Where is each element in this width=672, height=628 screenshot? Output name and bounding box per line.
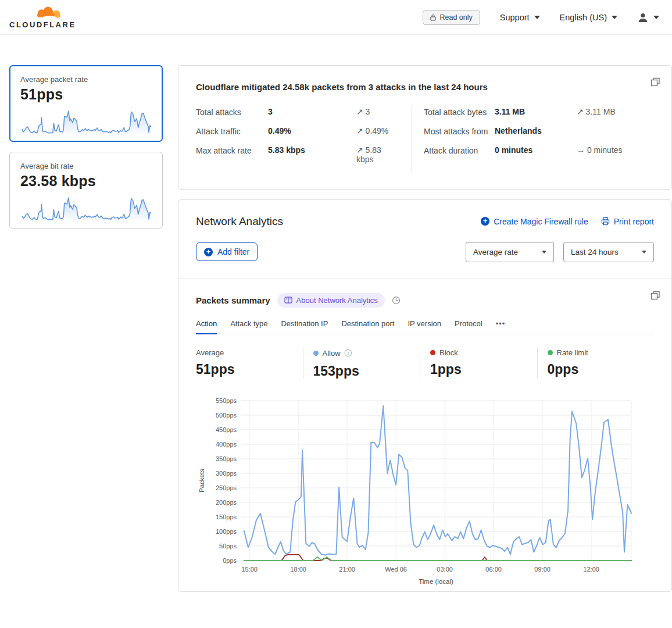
svg-text:Packets: Packets <box>198 469 205 493</box>
plus-circle-icon: + <box>204 248 213 256</box>
packets-summary-section: Packets summary About Network Analytics <box>178 279 671 591</box>
user-icon <box>637 12 649 23</box>
stat-label: Max attack rate <box>196 145 266 157</box>
stat-value: Netherlands <box>495 126 574 135</box>
stat-row: Attack traffic 0.49% ↗ 0.49% <box>196 126 395 138</box>
tab-destination-port[interactable]: Destination port <box>341 319 394 333</box>
cloudflare-cloud-icon <box>30 5 65 22</box>
chevron-down-icon <box>534 16 540 19</box>
about-badge-label: About Network Analytics <box>296 296 378 305</box>
logo-wordmark: CLOUDFLARE <box>9 20 76 29</box>
chevron-down-icon <box>642 251 646 254</box>
lock-icon <box>430 14 436 21</box>
legend-value: 0pps <box>548 362 655 377</box>
summary-left-stats: Total attacks 3 ↗ 3 Attack traffic 0.49%… <box>196 107 412 172</box>
stat-label: Attack traffic <box>196 126 266 138</box>
about-network-analytics-link[interactable]: About Network Analytics <box>277 293 385 308</box>
metric-card-packet-rate[interactable]: Average packet rate 51pps <box>9 65 163 142</box>
metric-select[interactable]: Average rate <box>466 242 554 262</box>
metric-value: 23.58 kbps <box>20 173 152 190</box>
add-filter-label: Add filter <box>217 247 249 256</box>
legend-rate-limit: Rate limit 0pps <box>537 348 655 379</box>
stat-row: Most attacks from Netherlands <box>424 126 654 138</box>
time-range-value: Last 24 hours <box>571 248 619 256</box>
svg-text:Time (local): Time (local) <box>419 578 453 585</box>
printer-icon <box>601 217 610 226</box>
summary-right-stats: Total attack bytes 3.11 MB ↗ 3.11 MB Mos… <box>412 107 654 172</box>
user-account-menu[interactable] <box>637 12 659 23</box>
copy-icon[interactable] <box>650 291 660 300</box>
legend-allow: Allow ⓘ 153pps <box>303 348 420 379</box>
sparkline-chart <box>20 194 152 223</box>
svg-text:03:00: 03:00 <box>437 566 453 573</box>
chevron-down-icon <box>653 16 659 19</box>
info-icon[interactable]: ⓘ <box>345 348 352 359</box>
packets-chart: 0pps50pps100pps150pps200pps250pps300pps3… <box>196 394 672 589</box>
network-analytics-header: Network Analytics + Create Magic Firewal… <box>178 200 671 279</box>
svg-text:100pps: 100pps <box>216 528 237 535</box>
tab-destination-ip[interactable]: Destination IP <box>281 319 328 333</box>
legend-value: 153pps <box>313 363 420 379</box>
svg-text:12:00: 12:00 <box>583 566 599 573</box>
block-dot-icon <box>430 350 435 355</box>
tab-more-menu[interactable]: ••• <box>496 319 506 333</box>
packets-tab-bar: Action Attack type Destination IP Destin… <box>196 319 654 334</box>
packets-summary-title: Packets summary <box>196 295 270 305</box>
legend-label: Block <box>439 348 458 357</box>
stat-value: 5.83 kbps <box>268 145 354 155</box>
page-title: Network Analytics <box>196 215 283 228</box>
legend-average: Average 51pps <box>196 348 303 379</box>
svg-text:Wed 06: Wed 06 <box>385 566 407 573</box>
book-icon <box>284 297 292 304</box>
svg-text:0pps: 0pps <box>223 557 237 564</box>
language-menu[interactable]: English (US) <box>560 13 617 22</box>
read-only-badge: Read only <box>423 10 480 25</box>
legend-stats-row: Average 51pps Allow ⓘ 153pps <box>196 348 654 379</box>
svg-text:18:00: 18:00 <box>290 566 306 573</box>
stat-delta: ↗ 3.11 MB <box>577 107 654 116</box>
svg-text:150pps: 150pps <box>216 513 237 520</box>
attack-summary-card: Cloudflare mitigated 24.58k packets from… <box>178 65 672 190</box>
svg-text:300pps: 300pps <box>216 470 237 477</box>
language-label: English (US) <box>560 13 607 22</box>
stat-value: 0 minutes <box>495 145 574 155</box>
support-menu[interactable]: Support <box>500 13 540 22</box>
copy-icon[interactable] <box>650 77 660 87</box>
stat-delta: ↗ 3 <box>356 107 395 116</box>
cloudflare-logo[interactable]: CLOUDFLARE <box>9 5 76 29</box>
metric-select-value: Average rate <box>473 248 518 256</box>
print-report-link[interactable]: Print report <box>601 217 654 226</box>
tab-ip-version[interactable]: IP version <box>408 319 441 333</box>
legend-block: Block 1pps <box>420 348 537 379</box>
svg-text:350pps: 350pps <box>216 455 237 462</box>
tab-protocol[interactable]: Protocol <box>455 319 482 333</box>
time-range-select[interactable]: Last 24 hours <box>563 242 654 262</box>
top-header: CLOUDFLARE Read only Support English (US… <box>0 0 672 35</box>
clock-icon[interactable] <box>392 296 401 305</box>
plus-circle-icon: + <box>481 217 489 226</box>
svg-text:21:00: 21:00 <box>339 566 355 573</box>
metric-title: Average bit rate <box>20 162 152 170</box>
svg-text:400pps: 400pps <box>216 441 237 448</box>
tab-attack-type[interactable]: Attack type <box>230 319 267 333</box>
metric-value: 51pps <box>20 86 152 103</box>
stat-label: Attack duration <box>424 145 492 157</box>
stat-value: 3.11 MB <box>495 107 574 116</box>
svg-text:550pps: 550pps <box>216 397 237 404</box>
svg-text:200pps: 200pps <box>216 499 237 506</box>
print-report-label: Print report <box>614 217 654 226</box>
stat-row: Max attack rate 5.83 kbps ↗ 5.83 kbps <box>196 145 395 164</box>
stat-delta: → 0 minutes <box>577 145 654 155</box>
stat-delta: ↗ 5.83 kbps <box>356 145 395 164</box>
create-magic-firewall-rule-link[interactable]: + Create Magic Firewall rule <box>481 217 588 226</box>
metric-card-bit-rate[interactable]: Average bit rate 23.58 kbps <box>9 152 163 229</box>
metric-title: Average packet rate <box>20 75 152 84</box>
add-filter-button[interactable]: + Add filter <box>196 242 258 261</box>
support-label: Support <box>500 13 530 22</box>
stat-row: Total attack bytes 3.11 MB ↗ 3.11 MB <box>424 107 654 119</box>
svg-text:15:00: 15:00 <box>241 566 258 573</box>
stat-row: Total attacks 3 ↗ 3 <box>196 107 395 119</box>
tab-action[interactable]: Action <box>196 319 217 334</box>
svg-text:250pps: 250pps <box>216 484 237 491</box>
svg-text:500pps: 500pps <box>216 412 237 419</box>
